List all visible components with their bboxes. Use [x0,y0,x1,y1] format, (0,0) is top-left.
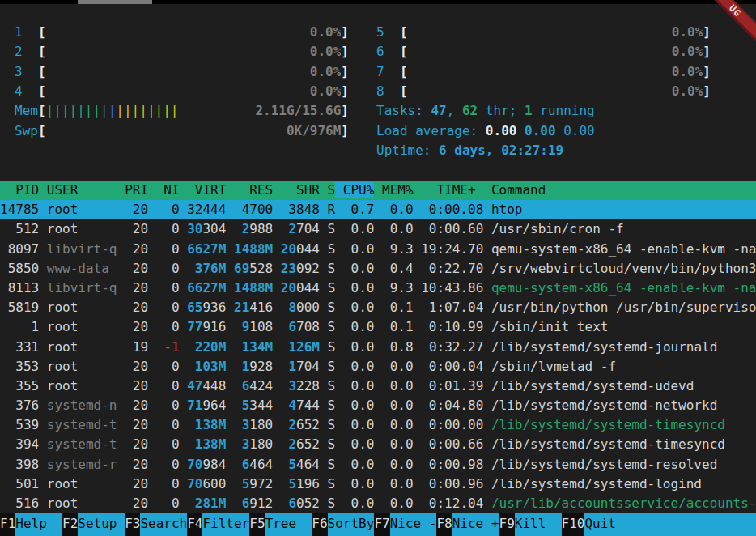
fkey-number: F10 [562,513,585,536]
process-row-5850[interactable]: 5850 www-data 20 0 376M 69528 23092 S 0.… [0,259,756,279]
cpu-meter-5: 5[0.0%] [376,23,711,42]
htop-terminal-window: UG 1[0.0%]2[0.0%]3[0.0%]4[0.0%]Mem[|||||… [0,0,756,536]
fkey-action-label: Kill [515,513,562,536]
fkey-action-label: Help [15,513,62,536]
process-row-353[interactable]: 353 root 20 0 103M 1928 1704 S 0.0 0.0 0… [0,357,756,376]
fkey-number: F6 [312,513,327,536]
swap-meter: Swp[0K/976M] [15,121,349,141]
load-average-line: Load average: 0.00 0.00 0.00 [376,121,711,141]
sort-column-header-cpu[interactable]: CPU% [335,182,374,198]
meter-value: 0.0% [310,62,342,82]
cpu-meter-6: 6[0.0%] [376,42,711,62]
fkey-action-label: Nice + [452,513,499,536]
fkey-number: F8 [436,513,452,536]
meter-value: 0.0% [310,23,342,42]
fkey-action-label: Setup [78,513,125,536]
meters-area: 1[0.0%]2[0.0%]3[0.0%]4[0.0%]Mem[||||||||… [15,23,711,160]
fkey-number: F7 [374,513,389,536]
meter-value: 0.0% [672,82,703,101]
fkey-number: F3 [125,513,140,536]
fkey-f6-sortby[interactable]: F6SortBy [312,513,374,536]
fkey-f5-tree[interactable]: F5Tree [249,513,312,536]
process-row-501[interactable]: 501 root 20 0 70600 5972 5196 S 0.0 0.0 … [0,474,756,494]
fkey-number: F4 [187,513,202,536]
cpu-meter-8: 8[0.0%] [376,82,711,101]
process-row-5819[interactable]: 5819 root 20 0 65936 21416 8000 S 0.0 0.… [0,298,756,317]
tasks-line: Tasks: 47, 62 thr; 1 running [376,101,711,121]
fkey-number: F1 [0,513,15,536]
window-top-strip [0,0,756,4]
cpu-meter-2: 2[0.0%] [15,42,349,62]
fkey-action-label: SortBy [328,513,375,536]
process-row-376[interactable]: 376 systemd-n 20 0 71964 5344 4744 S 0.0… [0,396,756,415]
process-row-8097[interactable]: 8097 libvirt-q 20 0 6627M 1488M 20044 S … [0,240,756,259]
fkey-number: F2 [62,513,78,536]
fkey-action-label: Quit [584,513,756,536]
meter-value: 0.0% [672,23,703,42]
process-row-516[interactable]: 516 root 20 0 281M 6912 6052 S 0.0 0.0 0… [0,494,756,513]
fkey-f7-nice[interactable]: F7Nice - [374,513,436,536]
meter-value: 0.0% [310,82,342,101]
fkey-f9-kill[interactable]: F9Kill [499,513,562,536]
process-row-539[interactable]: 539 systemd-t 20 0 138M 3180 2652 S 0.0 … [0,415,756,435]
fkey-action-label: Nice - [390,513,437,536]
process-row-331[interactable]: 331 root 19 -1 220M 134M 126M S 0.0 0.8 … [0,338,756,357]
process-table-header: PID USER PRI NI VIRT RES SHR S CPU% MEM%… [0,181,756,200]
cpu-meter-3: 3[0.0%] [15,62,349,82]
meter-value: 0.0% [672,42,703,62]
meter-value: 0.0% [672,62,703,82]
process-row-512[interactable]: 512 root 20 0 30304 2988 2704 S 0.0 0.0 … [0,219,756,239]
process-row-8113[interactable]: 8113 libvirt-q 20 0 6627M 1488M 20044 S … [0,279,756,298]
meters-right-column: 5[0.0%]6[0.0%]7[0.0%]8[0.0%]Tasks: 47, 6… [376,23,711,160]
scrollbar-thumb[interactable] [78,0,152,4]
function-key-bar: F1Help F2Setup F3SearchF4FilterF5Tree F6… [0,513,756,536]
fkey-f3-search[interactable]: F3Search [125,513,187,536]
fkey-f1-help[interactable]: F1Help [0,513,62,536]
process-table: PID USER PRI NI VIRT RES SHR S CPU% MEM%… [0,181,756,513]
cpu-meter-4: 4[0.0%] [15,82,349,101]
fkey-number: F9 [499,513,515,536]
fkey-f10-quit[interactable]: F10Quit [562,513,756,536]
meters-left-column: 1[0.0%]2[0.0%]3[0.0%]4[0.0%]Mem[||||||||… [15,23,349,160]
process-row-394[interactable]: 394 systemd-t 20 0 138M 3180 2652 S 0.0 … [0,435,756,454]
fkey-action-label: Search [140,513,187,536]
cpu-meter-7: 7[0.0%] [376,62,711,82]
meter-value: 0K/976M [287,121,341,141]
fkey-f8-nice[interactable]: F8Nice + [436,513,499,536]
process-row-355[interactable]: 355 root 20 0 47448 6424 3228 S 0.0 0.0 … [0,376,756,396]
process-row-398[interactable]: 398 systemd-r 20 0 70984 6464 5464 S 0.0… [0,455,756,474]
process-row-1[interactable]: 1 root 20 0 77916 9108 6708 S 0.0 0.1 0:… [0,317,756,337]
memory-meter: Mem[|||||||||||||||||2.11G/15.6G] [15,101,349,121]
meter-pipes: ||||||||||||||||| [46,101,179,121]
fkey-action-label: Filter [202,513,249,536]
cpu-meter-1: 1[0.0%] [15,23,349,42]
meter-value: 0.0% [310,42,342,62]
meter-value: 2.11G/15.6G [255,101,341,121]
process-row-14785[interactable]: 14785 root 20 0 32444 4700 3848 R 0.7 0.… [0,200,756,219]
fkey-number: F5 [249,513,265,536]
fkey-f2-setup[interactable]: F2Setup [62,513,125,536]
fkey-action-label: Tree [265,513,312,536]
uptime-line: Uptime: 6 days, 02:27:19 [376,141,711,160]
fkey-f4-filter[interactable]: F4Filter [187,513,249,536]
